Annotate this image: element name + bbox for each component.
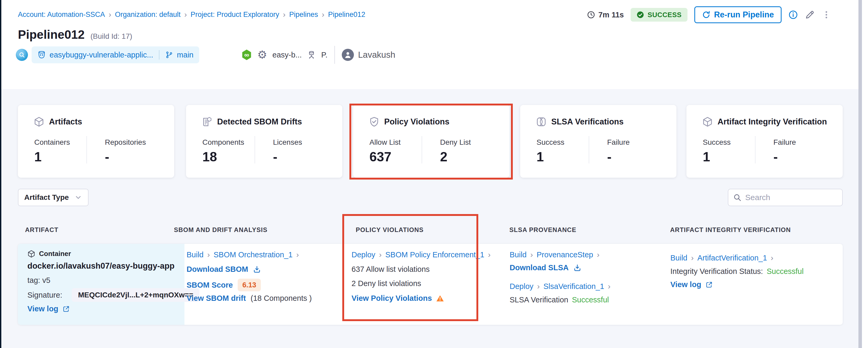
card-artifact-integrity: Artifact Integrity Verification Success … bbox=[686, 105, 843, 178]
card-policy-violations: Policy Violations Allow List 637 Deny Li… bbox=[353, 105, 509, 178]
col-header-policy: POLICY VIOLATIONS bbox=[356, 226, 424, 234]
sbom-score-row[interactable]: SBOM Score 6.13 bbox=[187, 279, 261, 291]
search-input[interactable] bbox=[745, 193, 835, 202]
stat-divider bbox=[755, 136, 755, 164]
search-box bbox=[728, 189, 843, 206]
rerun-pipeline-button[interactable]: Re-run Pipeline bbox=[694, 6, 781, 23]
stat-divider bbox=[254, 136, 255, 164]
slsa-verification-status: SLSA Verification Successful bbox=[509, 295, 609, 304]
person-icon bbox=[343, 50, 352, 59]
col-header-sbom: SBOM AND DRIFT ANALYSIS bbox=[174, 226, 268, 234]
col-header-artifact: ARTIFACT bbox=[25, 226, 59, 234]
breadcrumb-pipeline012[interactable]: Pipeline012 bbox=[328, 10, 365, 19]
card-title: Policy Violations bbox=[384, 117, 450, 126]
chevron-right-icon: › bbox=[375, 250, 385, 259]
avatar bbox=[342, 49, 354, 61]
breadcrumb-pipelines[interactable]: Pipelines bbox=[289, 10, 318, 19]
breadcrumb-account[interactable]: Account: Automation-SSCA bbox=[18, 10, 105, 19]
repo-row: easybuggy-vulnerable-applic... main ∞ ⚙ … bbox=[16, 45, 395, 64]
table-row: Container docker.io/lavakush07/easy-bugg… bbox=[18, 244, 843, 325]
breadcrumb-organization[interactable]: Organization: default bbox=[115, 10, 181, 19]
artifact-image-name: docker.io/lavakush07/easy-buggy-app bbox=[27, 261, 175, 271]
stat-divider bbox=[87, 136, 87, 164]
stage-link[interactable]: Deploy bbox=[509, 282, 533, 291]
branch-name[interactable]: main bbox=[177, 51, 193, 59]
step-link[interactable]: ProvenanceStep bbox=[537, 251, 593, 259]
stat-value: 2 bbox=[440, 149, 447, 165]
stat-value: 1 bbox=[703, 149, 710, 165]
duration: 7m 11s bbox=[587, 10, 624, 19]
stat-value: - bbox=[607, 149, 612, 165]
breadcrumb-project[interactable]: Project: Product Exploratory bbox=[190, 10, 279, 19]
integrity-status: Integrity Verification Status: Successfu… bbox=[670, 267, 804, 276]
card-title: Artifact Integrity Verification bbox=[717, 117, 827, 126]
stat-label: Repositories bbox=[105, 138, 146, 147]
repo-name[interactable]: easybuggy-vulnerable-applic... bbox=[50, 51, 153, 59]
stat-value: 1 bbox=[536, 149, 544, 165]
repository-icon bbox=[37, 51, 46, 59]
slsa-provenance-breadcrumb: Build › ProvenanceStep › bbox=[509, 250, 603, 259]
shield-check-icon bbox=[369, 117, 379, 127]
stage-link[interactable]: Build bbox=[509, 251, 527, 259]
stat-label: Licenses bbox=[273, 138, 302, 147]
step-link[interactable]: SlsaVerification_1 bbox=[544, 282, 604, 291]
check-circle-icon bbox=[637, 11, 644, 19]
artifact-view-log[interactable]: View log bbox=[27, 304, 70, 313]
stat-value: 637 bbox=[369, 149, 391, 165]
vertical-scrollbar[interactable] bbox=[859, 0, 862, 348]
page-header: Account: Automation-SSCA › Organization:… bbox=[1, 0, 859, 66]
download-sbom[interactable]: Download SBOM bbox=[187, 265, 261, 274]
webhook-trigger-icon: ∞ bbox=[241, 49, 252, 61]
stat-divider bbox=[422, 136, 422, 164]
chevron-right-icon: › bbox=[484, 250, 494, 259]
integrity-step-breadcrumb: Build › ArtifactVerification_1 › bbox=[670, 253, 777, 262]
stage-link[interactable]: Build bbox=[187, 251, 204, 259]
edit-pencil-icon[interactable] bbox=[805, 10, 815, 20]
trigger-group: ∞ ⚙ easy-b... P. bbox=[241, 49, 328, 61]
artifact-tag: tag: v5 bbox=[27, 276, 50, 285]
magnifier-glyph bbox=[18, 51, 26, 59]
integrity-view-log[interactable]: View log bbox=[670, 280, 713, 289]
pill-divider bbox=[159, 50, 159, 60]
trigger-extra: P. bbox=[321, 51, 328, 59]
chevron-right-icon: › bbox=[604, 282, 614, 291]
stat-label: Allow List bbox=[369, 138, 401, 147]
chevron-right-icon: › bbox=[767, 253, 777, 262]
stage-link[interactable]: Deploy bbox=[351, 251, 375, 259]
view-policy-violations[interactable]: View Policy Violations bbox=[351, 294, 444, 303]
card-sbom-drifts: Detected SBOM Drifts Components 18 Licen… bbox=[186, 105, 342, 178]
chevron-down-icon bbox=[74, 194, 82, 201]
drift-components-note: (18 Components ) bbox=[251, 294, 312, 303]
stage-link[interactable]: Build bbox=[670, 254, 687, 262]
chevron-right-icon: › bbox=[292, 250, 303, 259]
search-icon bbox=[733, 193, 742, 202]
main-content: Artifacts Containers 1 Repositories - De… bbox=[1, 89, 859, 348]
card-slsa-verifications: SLSA Verifications Success 1 Failure - bbox=[520, 105, 676, 178]
artifact-type-badge: Container bbox=[27, 250, 71, 258]
step-link[interactable]: ArtifactVerification_1 bbox=[698, 254, 767, 262]
chevron-right-icon: › bbox=[279, 10, 289, 19]
stat-label: Success bbox=[703, 138, 731, 147]
artifact-type-dropdown[interactable]: Artifact Type bbox=[18, 189, 89, 206]
card-title: Detected SBOM Drifts bbox=[217, 117, 302, 126]
sbom-drift-icon bbox=[202, 117, 212, 127]
build-id: (Build Id: 17) bbox=[90, 32, 132, 40]
repo-pill[interactable]: easybuggy-vulnerable-applic... main bbox=[32, 47, 199, 63]
trigger-name[interactable]: easy-b... bbox=[273, 51, 302, 59]
step-link[interactable]: SBOM Orchestration_1 bbox=[214, 251, 293, 259]
artifact-signature-row: Signature: MEQCICde2Vjl...L+2+mqnOXw== bbox=[27, 288, 199, 302]
status-successful: Successful bbox=[767, 267, 803, 276]
page-title: Pipeline012 bbox=[18, 27, 85, 42]
module-icon bbox=[16, 49, 28, 61]
sbom-step-breadcrumb: Build › SBOM Orchestration_1 › bbox=[187, 250, 303, 259]
slsa-icon bbox=[536, 117, 547, 127]
view-sbom-drift[interactable]: View SBOM drift (18 Components ) bbox=[187, 294, 312, 303]
deny-list-violations: 2 Deny list violations bbox=[351, 279, 421, 288]
chevron-right-icon: › bbox=[105, 10, 115, 19]
kebab-menu-icon[interactable] bbox=[822, 10, 831, 20]
git-branch-icon bbox=[165, 51, 173, 59]
step-link[interactable]: SBOM Policy Enforcement_1 bbox=[385, 251, 484, 259]
allow-list-violations: 637 Allow list violations bbox=[351, 265, 430, 274]
download-slsa[interactable]: Download SLSA bbox=[509, 263, 581, 272]
info-icon[interactable] bbox=[788, 10, 798, 20]
